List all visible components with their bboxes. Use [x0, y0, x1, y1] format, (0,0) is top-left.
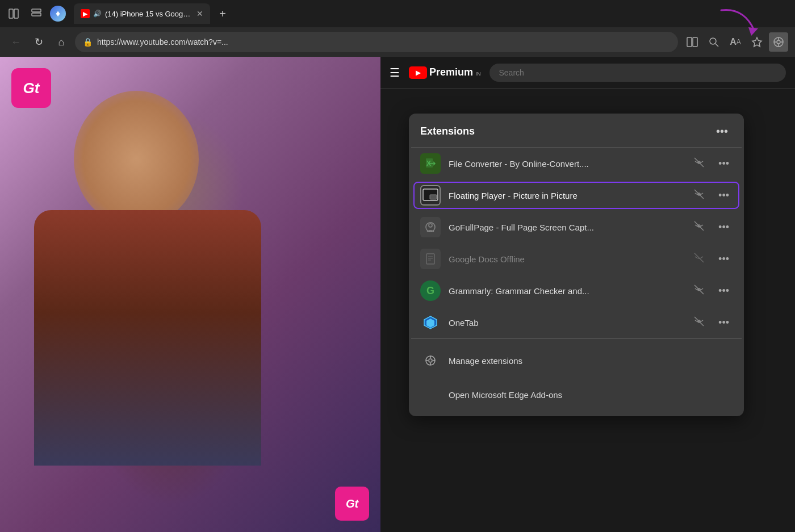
favorites-button[interactable] — [747, 32, 767, 52]
url-path: /watch?v=... — [186, 37, 228, 47]
svg-line-7 — [716, 44, 718, 47]
open-addons-icon — [420, 384, 441, 405]
file-converter-icon: X — [420, 153, 441, 174]
google-docs-icon — [420, 249, 441, 269]
url-domain: https://www.youtube.com — [97, 37, 186, 47]
yt-search-input[interactable] — [489, 64, 786, 82]
svg-rect-26 — [426, 254, 434, 264]
google-docs-visibility-icon — [693, 252, 705, 266]
svg-rect-2 — [32, 9, 41, 12]
floating-player-icon — [420, 185, 441, 206]
tab-title: (14) iPhone 15 vs Google Pi... — [105, 10, 191, 18]
manage-extensions-label: Manage extensions — [449, 356, 522, 366]
yt-logo: Premium IN — [409, 66, 480, 79]
refresh-button[interactable]: ↻ — [30, 33, 48, 51]
yt-logo-text: Premium — [429, 66, 473, 78]
file-converter-more-button[interactable]: ••• — [715, 157, 733, 171]
read-aloud-button[interactable]: AA — [726, 32, 745, 52]
gofullpage-icon — [420, 217, 441, 237]
svg-marker-8 — [752, 37, 761, 47]
svg-rect-4 — [687, 37, 692, 47]
grammarly-visibility-icon — [693, 284, 705, 298]
extension-item-floating-player[interactable]: Floating Player - Picture in Picture ••• — [409, 179, 744, 211]
lock-icon: 🔒 — [83, 37, 93, 47]
search-button[interactable] — [704, 32, 723, 52]
google-docs-name: Google Docs Offline — [449, 254, 685, 264]
address-bar: ← ↻ ⌂ 🔒 https://www.youtube.com/watch?v=… — [0, 27, 795, 57]
onetab-name: OneTab — [449, 318, 685, 328]
tab-bar: ♦ ▶ 🔊 (14) iPhone 15 vs Google Pi... ✕ + — [0, 0, 795, 27]
svg-rect-0 — [9, 9, 13, 18]
floating-player-more-button[interactable]: ••• — [715, 188, 733, 203]
new-tab-button[interactable]: + — [214, 5, 232, 23]
video-background: Gt Gt — [0, 57, 380, 532]
grammarly-icon: G — [420, 280, 441, 301]
manage-extensions-item[interactable]: Manage extensions — [409, 344, 744, 378]
open-addons-item[interactable]: Open Microsoft Edge Add-ons — [409, 378, 744, 412]
svg-point-10 — [777, 40, 780, 44]
yt-logo-badge: IN — [475, 71, 480, 77]
svg-point-24 — [429, 224, 432, 227]
open-addons-label: Open Microsoft Edge Add-ons — [449, 390, 562, 400]
svg-rect-21 — [430, 195, 437, 199]
yt-logo-icon — [409, 66, 427, 79]
toolbar-icons: AA — [683, 32, 788, 52]
gofullpage-name: GoFullPage - Full Page Screen Capt... — [449, 223, 685, 232]
url-bar[interactable]: 🔒 https://www.youtube.com/watch?v=... — [75, 32, 678, 52]
gl-watermark-top: Gt — [11, 68, 51, 108]
extensions-more-button[interactable]: ••• — [712, 123, 733, 140]
active-tab[interactable]: ▶ 🔊 (14) iPhone 15 vs Google Pi... ✕ — [74, 3, 210, 24]
svg-point-35 — [429, 359, 432, 362]
extension-item-google-docs[interactable]: Google Docs Offline ••• — [409, 243, 744, 275]
yt-search-area — [489, 64, 786, 82]
sidebar-toggle-button[interactable] — [5, 5, 23, 23]
tab-controls: ♦ — [5, 5, 66, 23]
gofullpage-more-button[interactable]: ••• — [715, 220, 733, 234]
tab-audio-icon: 🔊 — [93, 10, 102, 18]
grammarly-name: Grammarly: Grammar Checker and... — [449, 286, 685, 296]
google-docs-more-button[interactable]: ••• — [715, 252, 733, 266]
split-screen-button[interactable] — [683, 32, 702, 52]
back-button[interactable]: ← — [7, 33, 25, 51]
extensions-panel: Extensions ••• X File Converter - By Onl… — [409, 114, 744, 416]
svg-rect-5 — [693, 37, 697, 47]
extensions-header: Extensions ••• — [409, 114, 744, 147]
file-converter-name: File Converter - By Online-Convert.... — [449, 159, 685, 169]
extension-item-gofullpage[interactable]: GoFullPage - Full Page Screen Capt... ••… — [409, 211, 744, 243]
extensions-panel-title: Extensions — [420, 125, 475, 137]
floating-player-name: Floating Player - Picture in Picture — [449, 191, 685, 200]
svg-rect-1 — [14, 9, 18, 18]
vertical-tabs-button[interactable] — [27, 5, 45, 23]
edge-logo-icon: ♦ — [50, 6, 66, 22]
url-text: https://www.youtube.com/watch?v=... — [97, 37, 670, 47]
onetab-more-button[interactable]: ••• — [715, 316, 733, 330]
onetab-icon — [420, 312, 441, 333]
onetab-visibility-icon — [693, 316, 705, 330]
extension-item-grammarly[interactable]: G Grammarly: Grammar Checker and... ••• — [409, 275, 744, 307]
page-content: Gt Gt ☰ Premium IN Extensions ••• — [0, 57, 795, 532]
tab-close-button[interactable]: ✕ — [196, 9, 203, 18]
gl-watermark-bottom-right: Gt — [335, 487, 369, 521]
extension-item-onetab[interactable]: OneTab ••• — [409, 307, 744, 338]
browser-chrome: ♦ ▶ 🔊 (14) iPhone 15 vs Google Pi... ✕ +… — [0, 0, 795, 57]
extensions-footer: Manage extensions Open Microsoft Edge Ad… — [409, 339, 744, 416]
yt-menu-icon[interactable]: ☰ — [390, 66, 400, 79]
extensions-button[interactable] — [769, 32, 788, 52]
tab-favicon-youtube: ▶ — [81, 9, 90, 18]
svg-point-6 — [710, 38, 716, 44]
file-converter-visibility-icon — [693, 157, 705, 171]
extension-item-file-converter[interactable]: X File Converter - By Online-Convert....… — [409, 148, 744, 179]
manage-extensions-icon — [420, 350, 441, 371]
floating-player-visibility-icon — [693, 188, 705, 203]
youtube-header: ☰ Premium IN — [380, 57, 795, 89]
gofullpage-visibility-icon — [693, 220, 705, 234]
grammarly-more-button[interactable]: ••• — [715, 284, 733, 298]
svg-rect-3 — [32, 13, 41, 16]
home-button[interactable]: ⌂ — [52, 33, 70, 51]
